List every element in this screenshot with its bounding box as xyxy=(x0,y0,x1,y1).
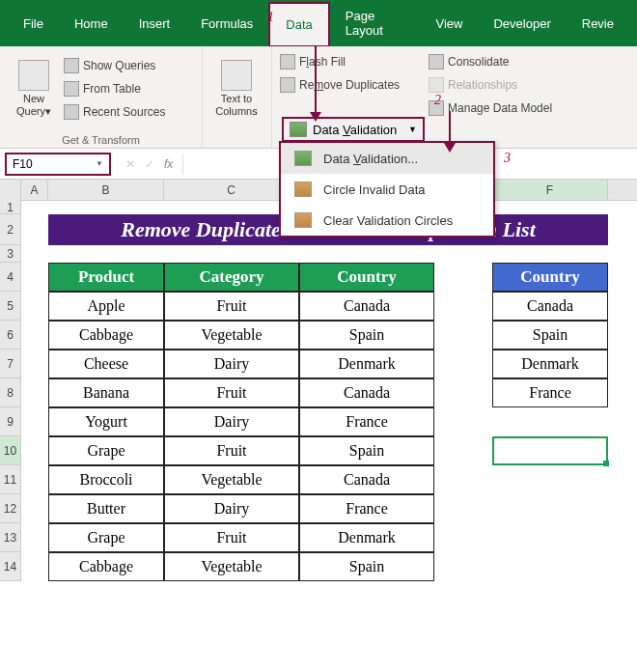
cell-product[interactable]: Yogurt xyxy=(48,407,164,436)
remove-duplicates-icon xyxy=(280,77,295,93)
row-9[interactable]: 9 xyxy=(0,407,21,436)
row-7[interactable]: 7 xyxy=(0,350,21,378)
row-2[interactable]: 2 xyxy=(0,214,21,245)
cell-country[interactable]: Spain xyxy=(299,552,434,581)
cell-country2[interactable]: France xyxy=(492,378,608,407)
data-validation-icon xyxy=(290,122,307,137)
cell-product[interactable]: Cabbage xyxy=(48,552,164,581)
cell-product[interactable]: Butter xyxy=(48,494,164,523)
cell-category[interactable]: Dairy xyxy=(164,494,299,523)
text-to-columns-label: Text toColumns xyxy=(215,93,257,118)
annotation-1: 1 xyxy=(267,10,274,25)
text-to-columns-button[interactable]: Text toColumns xyxy=(210,56,263,122)
row-8[interactable]: 8 xyxy=(0,378,21,407)
group-get-transform: Get & Transform xyxy=(0,134,202,146)
row-6[interactable]: 6 xyxy=(0,321,21,350)
col-b[interactable]: B xyxy=(48,180,164,200)
new-query-icon xyxy=(18,60,49,91)
cell-country[interactable]: Canada xyxy=(299,292,434,321)
from-table-button[interactable]: From Table xyxy=(64,77,165,100)
formula-bar-buttons: ✕ ✓ fx xyxy=(116,157,182,171)
consolidate-icon xyxy=(429,54,444,70)
manage-data-model-button[interactable]: Manage Data Model xyxy=(429,97,552,120)
name-box[interactable]: F10 ▼ xyxy=(5,153,111,176)
cell-product[interactable]: Apple xyxy=(48,292,164,321)
recent-sources-button[interactable]: Recent Sources xyxy=(64,100,165,124)
cell-country[interactable]: Canada xyxy=(299,378,434,407)
cell-category[interactable]: Fruit xyxy=(164,436,299,465)
empty-cell[interactable] xyxy=(492,494,608,523)
circle-invalid-data-item[interactable]: Circle Invalid Data xyxy=(281,174,493,205)
col-a[interactable]: A xyxy=(21,180,48,200)
tab-developer[interactable]: Developer xyxy=(478,3,566,44)
header-country: Country xyxy=(299,263,434,292)
cell-product[interactable]: Grape xyxy=(48,436,164,465)
cancel-icon: ✕ xyxy=(125,157,135,171)
spreadsheet-grid: A B C D E F 1 2 Remove Duplicates to Cre… xyxy=(0,180,637,581)
row-3[interactable]: 3 xyxy=(0,245,21,263)
row-12[interactable]: 12 xyxy=(0,494,21,523)
cell-category[interactable]: Vegetable xyxy=(164,465,299,494)
row-14[interactable]: 14 xyxy=(0,552,21,581)
tab-view[interactable]: View xyxy=(421,3,479,44)
row-4[interactable]: 4 xyxy=(0,263,21,292)
cell-category[interactable]: Dairy xyxy=(164,350,299,378)
cell-product[interactable]: Cabbage xyxy=(48,321,164,350)
tab-formulas[interactable]: Formulas xyxy=(185,3,268,44)
cell-product[interactable]: Broccoli xyxy=(48,465,164,494)
show-queries-icon xyxy=(64,58,79,73)
cell-country2[interactable]: Denmark xyxy=(492,350,608,378)
tab-pagelayout[interactable]: Page Layout xyxy=(330,0,421,51)
cell-country[interactable]: Spain xyxy=(299,436,434,465)
accept-icon: ✓ xyxy=(145,157,154,171)
arrow-2 xyxy=(449,111,451,145)
cell-category[interactable]: Fruit xyxy=(164,523,299,552)
cell-country[interactable]: Canada xyxy=(299,465,434,494)
col-f[interactable]: F xyxy=(492,180,608,200)
tab-insert[interactable]: Insert xyxy=(124,3,186,44)
remove-duplicates-button[interactable]: Remove Duplicates xyxy=(280,73,400,97)
tab-data[interactable]: Data xyxy=(268,2,329,47)
cell-category[interactable]: Fruit xyxy=(164,378,299,407)
tab-review[interactable]: Revie xyxy=(567,3,629,44)
cell-country2[interactable]: Canada xyxy=(492,292,608,321)
tab-home[interactable]: Home xyxy=(59,3,124,44)
cell-product[interactable]: Grape xyxy=(48,523,164,552)
consolidate-button[interactable]: Consolidate xyxy=(429,50,552,73)
clear-circles-icon xyxy=(294,212,312,228)
cell-category[interactable]: Dairy xyxy=(164,407,299,436)
row-10[interactable]: 10 xyxy=(0,436,21,465)
select-all[interactable] xyxy=(0,180,21,201)
cell-country[interactable]: Denmark xyxy=(299,350,434,378)
cell-product[interactable]: Cheese xyxy=(48,350,164,378)
fx-button[interactable]: fx xyxy=(164,157,173,171)
data-validation-button[interactable]: Data Validation ▼ xyxy=(282,117,425,142)
chevron-down-icon[interactable]: ▼ xyxy=(96,159,103,168)
show-queries-button[interactable]: Show Queries xyxy=(64,54,165,77)
cell-country[interactable]: France xyxy=(299,494,434,523)
empty-cell[interactable] xyxy=(492,407,608,436)
cell-product[interactable]: Banana xyxy=(48,378,164,407)
row-11[interactable]: 11 xyxy=(0,465,21,494)
tab-file[interactable]: File xyxy=(8,3,59,44)
new-query-button[interactable]: NewQuery▾ xyxy=(8,50,60,127)
empty-cell[interactable] xyxy=(492,465,608,494)
selected-cell[interactable] xyxy=(492,436,608,465)
empty-cell[interactable] xyxy=(492,523,608,552)
cell-category[interactable]: Fruit xyxy=(164,292,299,321)
flash-fill-button[interactable]: Flash Fill xyxy=(280,50,400,73)
cell-country[interactable]: Spain xyxy=(299,321,434,350)
cell-category[interactable]: Vegetable xyxy=(164,552,299,581)
row-5[interactable]: 5 xyxy=(0,292,21,321)
cell-category[interactable]: Vegetable xyxy=(164,321,299,350)
header-category: Category xyxy=(164,263,299,292)
cell-country2[interactable]: Spain xyxy=(492,321,608,350)
row-1[interactable]: 1 xyxy=(0,201,21,214)
empty-cell[interactable] xyxy=(492,552,608,581)
cell-country[interactable]: Denmark xyxy=(299,523,434,552)
row-13[interactable]: 13 xyxy=(0,523,21,552)
clear-validation-circles-item[interactable]: Clear Validation Circles xyxy=(281,205,493,236)
cell-country[interactable]: France xyxy=(299,407,434,436)
data-validation-menu: Data Validation... Circle Invalid Data C… xyxy=(279,141,495,238)
data-validation-menu-item[interactable]: Data Validation... xyxy=(281,143,493,174)
